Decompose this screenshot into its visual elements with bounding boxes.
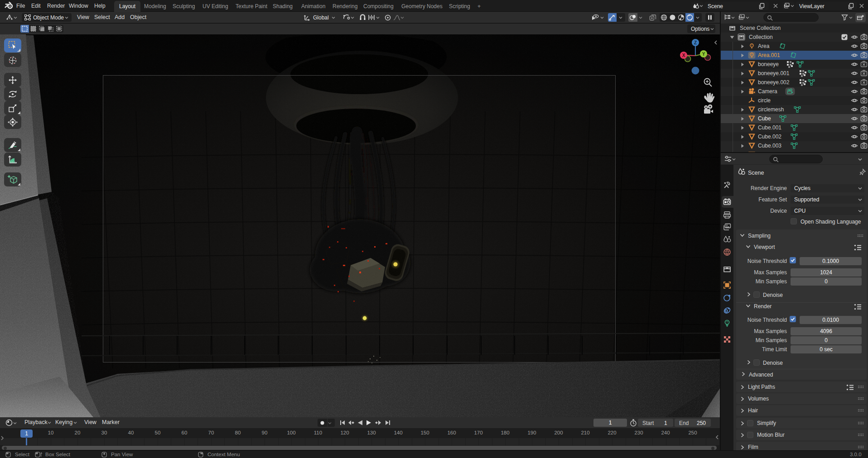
svg-text:X: X (682, 53, 685, 58)
svg-text:Y: Y (702, 52, 705, 57)
svg-text:Z: Z (694, 40, 697, 45)
